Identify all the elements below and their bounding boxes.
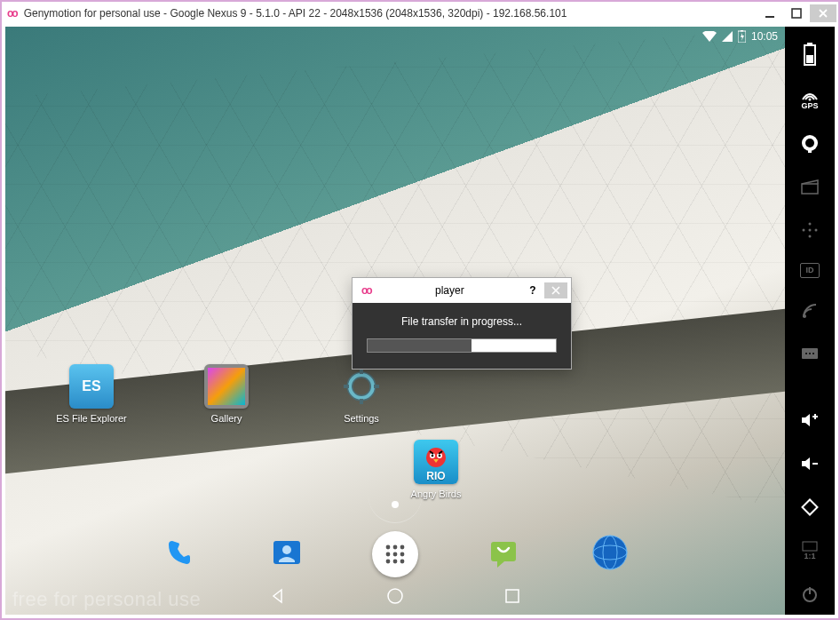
svg-rect-0 <box>765 16 774 18</box>
android-status-bar[interactable]: 10:05 <box>5 27 785 46</box>
sms-icon[interactable] <box>797 344 822 364</box>
svg-point-7 <box>805 139 814 147</box>
watermark-text: free for personal use <box>12 588 201 611</box>
svg-rect-20 <box>803 500 818 515</box>
svg-point-41 <box>400 545 405 550</box>
svg-point-11 <box>809 234 812 237</box>
genymotion-logo-icon: oo <box>361 284 371 297</box>
home-row-1: ES ES File Explorer Gallery Settings <box>60 364 392 424</box>
svg-rect-9 <box>802 184 818 194</box>
progress-fill <box>368 339 472 352</box>
scale-label: 1:1 <box>804 552 815 560</box>
nav-recent-button[interactable] <box>503 586 522 606</box>
gps-label: GPS <box>801 101 818 110</box>
svg-point-38 <box>282 545 291 554</box>
network-icon[interactable] <box>797 301 822 322</box>
player-help-button[interactable]: ? <box>521 282 544 298</box>
svg-point-14 <box>809 228 812 231</box>
svg-rect-3 <box>807 43 812 45</box>
volume-up-icon[interactable] <box>797 410 822 431</box>
signal-icon <box>722 31 733 42</box>
genymotion-logo-icon: oo <box>7 7 17 20</box>
window-titlebar: oo Genymotion for personal use - Google … <box>2 2 838 25</box>
page-indicator-icon <box>392 501 399 508</box>
svg-point-47 <box>400 560 405 564</box>
dock-browser[interactable] <box>589 531 631 574</box>
close-button[interactable] <box>810 4 836 22</box>
svg-point-35 <box>432 455 434 457</box>
svg-rect-23 <box>809 587 811 594</box>
svg-point-46 <box>393 560 398 564</box>
home-row-2: RIO Angry Birds <box>405 440 467 499</box>
progress-bar <box>367 338 557 353</box>
svg-rect-54 <box>506 590 519 602</box>
player-body: File transfer in progress... <box>353 303 571 369</box>
svg-point-32 <box>426 448 446 467</box>
player-close-button[interactable] <box>544 282 567 298</box>
nav-back-button[interactable] <box>268 586 288 606</box>
nav-home-button[interactable] <box>385 586 405 606</box>
svg-rect-21 <box>803 542 817 551</box>
svg-point-39 <box>386 545 391 550</box>
svg-rect-29 <box>360 399 363 404</box>
svg-point-18 <box>809 353 811 354</box>
dock <box>5 531 785 577</box>
player-message: File transfer in progress... <box>367 315 557 328</box>
power-icon[interactable] <box>797 584 822 604</box>
svg-rect-25 <box>741 30 743 32</box>
svg-point-17 <box>805 353 807 354</box>
dock-messaging[interactable] <box>482 531 525 574</box>
camera-icon[interactable] <box>797 133 822 154</box>
svg-point-12 <box>803 228 805 231</box>
svg-point-44 <box>400 552 405 557</box>
app-gallery[interactable]: Gallery <box>195 364 258 424</box>
scale-icon[interactable]: 1:1 <box>797 541 822 560</box>
volume-down-icon[interactable] <box>797 454 822 474</box>
id-label: ID <box>806 266 814 274</box>
battery-icon[interactable] <box>797 43 822 66</box>
maximize-button[interactable] <box>783 4 810 22</box>
svg-point-27 <box>350 375 373 398</box>
window-title: Genymotion for personal use - Google Nex… <box>24 7 757 20</box>
svg-point-36 <box>439 455 441 457</box>
player-titlebar[interactable]: oo player ? <box>353 278 571 303</box>
app-label: Gallery <box>211 413 242 424</box>
player-title-text: player <box>378 284 521 297</box>
dpad-icon[interactable] <box>797 219 822 240</box>
minimize-button[interactable] <box>757 4 783 22</box>
svg-rect-1 <box>792 9 801 18</box>
clapperboard-icon[interactable] <box>797 177 822 197</box>
svg-point-40 <box>393 545 398 550</box>
svg-point-10 <box>809 222 812 225</box>
svg-rect-30 <box>344 385 349 388</box>
app-drawer-button[interactable] <box>372 531 418 577</box>
rotate-icon[interactable] <box>797 497 822 518</box>
app-angry-birds[interactable]: RIO Angry Birds <box>405 440 467 499</box>
emulator-toolbar: GPS ID 1:1 <box>785 27 835 615</box>
battery-charging-icon <box>738 30 746 43</box>
svg-rect-4 <box>806 55 813 63</box>
player-dialog: oo player ? File transfer in progress... <box>352 277 572 370</box>
svg-point-13 <box>815 228 818 231</box>
svg-point-45 <box>386 560 391 564</box>
dock-contacts[interactable] <box>265 531 308 574</box>
app-es-file-explorer[interactable]: ES ES File Explorer <box>60 364 123 424</box>
dock-phone[interactable] <box>159 531 202 574</box>
app-settings[interactable]: Settings <box>330 364 392 424</box>
svg-point-53 <box>388 589 402 603</box>
gps-icon[interactable]: GPS <box>797 89 822 110</box>
svg-point-19 <box>812 353 814 354</box>
svg-rect-31 <box>374 385 379 388</box>
status-time: 10:05 <box>751 30 778 43</box>
app-label: Settings <box>344 413 379 424</box>
app-label: ES File Explorer <box>56 413 126 424</box>
svg-point-43 <box>393 552 398 557</box>
content-area: GPS ID 1:1 <box>5 27 835 615</box>
wifi-icon <box>702 31 717 42</box>
svg-point-42 <box>386 552 391 557</box>
svg-point-15 <box>803 314 806 318</box>
svg-rect-8 <box>808 150 812 153</box>
id-icon[interactable]: ID <box>800 263 820 278</box>
